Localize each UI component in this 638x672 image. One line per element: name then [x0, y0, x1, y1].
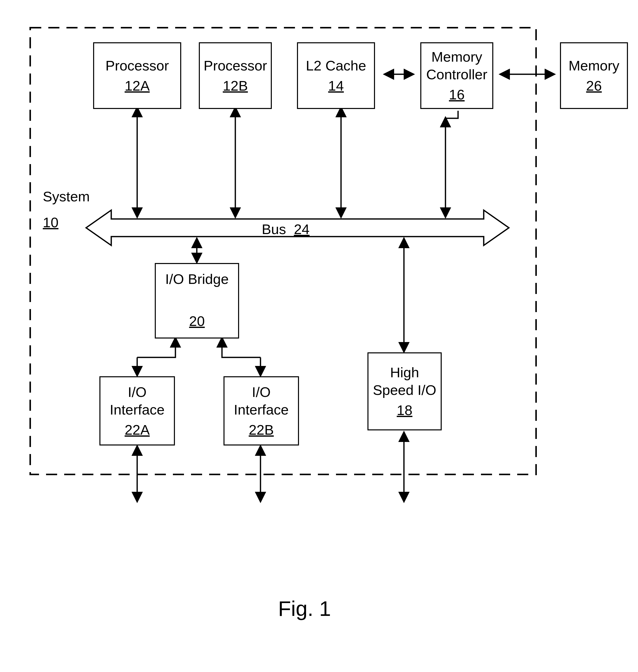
block-memory-controller: Memory Controller 16: [420, 42, 493, 109]
ref: 20: [189, 312, 205, 330]
block-memory: Memory 26: [560, 42, 628, 109]
block-io-interface-a: I/O Interface 22A: [99, 376, 175, 446]
block-io-interface-b: I/O Interface 22B: [223, 376, 299, 446]
label: Memory Controller: [421, 48, 492, 83]
bus-ref: 24: [294, 221, 309, 237]
ref: 22A: [124, 421, 150, 439]
block-processor-a: Processor 12A: [93, 42, 181, 109]
ref: 12A: [124, 77, 150, 95]
label: High Speed I/O: [368, 364, 441, 399]
label: I/O Bridge: [165, 270, 229, 288]
diagram-canvas: Processor 12A Processor 12B L2 Cache 14 …: [0, 0, 638, 672]
label: Processor: [204, 57, 267, 74]
bus-text: Bus: [262, 221, 286, 237]
block-high-speed-io: High Speed I/O 18: [367, 352, 442, 431]
conn-iobridge-left-jog: [137, 349, 175, 357]
label: I/O Interface: [100, 383, 174, 419]
label: Processor: [105, 57, 169, 74]
conn-memctrl-jog: [446, 111, 458, 118]
ref: 22B: [249, 421, 274, 439]
label: Memory: [569, 57, 619, 74]
label: I/O Interface: [224, 383, 298, 419]
ref: 18: [397, 401, 412, 419]
ref: 26: [586, 77, 602, 95]
system-text: System: [43, 188, 90, 204]
system-label: System 10: [43, 187, 90, 232]
ref: 14: [328, 77, 344, 95]
block-io-bridge: I/O Bridge 20: [155, 263, 239, 338]
figure-caption: Fig. 1: [278, 597, 331, 621]
block-l2-cache: L2 Cache 14: [297, 42, 375, 109]
block-processor-b: Processor 12B: [199, 42, 272, 109]
conn-iobridge-right-jog: [222, 349, 261, 357]
ref: 16: [449, 86, 465, 103]
bus-label: Bus 24: [262, 220, 309, 239]
system-ref: 10: [43, 214, 90, 232]
ref: 12B: [223, 77, 248, 95]
label: L2 Cache: [306, 57, 366, 74]
